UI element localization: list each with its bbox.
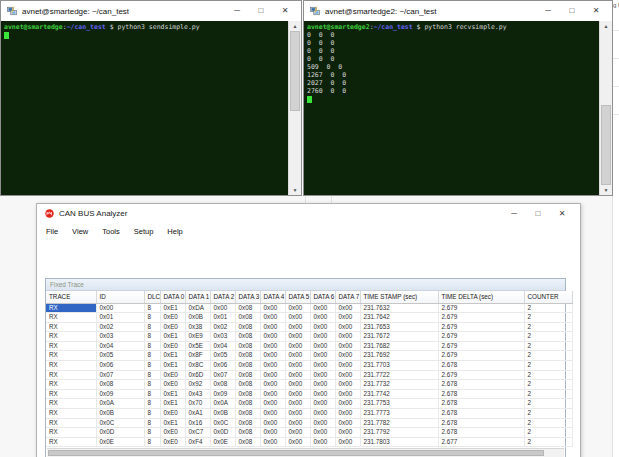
cell-data4[interactable]: 0x00 (260, 370, 285, 380)
terminal1-scrollbar[interactable]: ▲ ▼ (288, 21, 301, 195)
cell-data5[interactable]: 0x00 (285, 303, 310, 313)
background-window-sliver[interactable]: g Py (612, 0, 619, 457)
cell-id[interactable]: 0x0A (96, 399, 144, 409)
cell-data6[interactable]: 0x00 (310, 322, 335, 332)
cell-data2[interactable]: 0x02 (210, 322, 235, 332)
cell-data5[interactable]: 0x00 (285, 428, 310, 438)
cell-id[interactable]: 0x0B (96, 409, 144, 419)
cell-counter[interactable]: 2 (524, 399, 572, 409)
cell-data6[interactable]: 0x00 (310, 418, 335, 428)
cell-data1[interactable]: 0x70 (185, 399, 210, 409)
cell-data2[interactable]: 0x06 (210, 361, 235, 371)
cell-id[interactable]: 0x0C (96, 418, 144, 428)
column-header[interactable]: DATA 0 (160, 291, 185, 303)
cell-data4[interactable]: 0x00 (260, 418, 285, 428)
column-header[interactable]: DATA 4 (260, 291, 285, 303)
cell-dlc[interactable]: 8 (144, 418, 160, 428)
column-header[interactable]: TRACE (46, 291, 96, 303)
cell-data1[interactable]: 0x38 (185, 322, 210, 332)
menu-item[interactable]: Help (160, 227, 189, 236)
cell-timestamp[interactable]: 231.7692 (360, 351, 438, 361)
cell-data0[interactable]: 0xE1 (160, 361, 185, 371)
cell-data4[interactable]: 0x00 (260, 322, 285, 332)
minimize-button[interactable]: ─ (502, 204, 526, 223)
cell-dlc[interactable]: 8 (144, 380, 160, 390)
cell-data2[interactable]: 0x0E (210, 437, 235, 447)
cell-trace[interactable]: RX (46, 389, 96, 399)
cell-data5[interactable]: 0x00 (285, 389, 310, 399)
cell-data0[interactable]: 0xE1 (160, 351, 185, 361)
cell-data2[interactable]: 0x0D (210, 428, 235, 438)
column-header[interactable]: DATA 6 (310, 291, 335, 303)
cell-data7[interactable]: 0x00 (335, 313, 360, 323)
cell-data4[interactable]: 0x00 (260, 303, 285, 313)
cell-data0[interactable]: 0xE0 (160, 341, 185, 351)
cell-data2[interactable]: 0x05 (210, 351, 235, 361)
cell-data3[interactable]: 0x08 (235, 351, 260, 361)
cell-data5[interactable]: 0x00 (285, 370, 310, 380)
cell-data7[interactable]: 0x00 (335, 418, 360, 428)
cell-data0[interactable]: 0xE0 (160, 370, 185, 380)
cell-data3[interactable]: 0x08 (235, 437, 260, 447)
cell-dlc[interactable]: 8 (144, 332, 160, 342)
table-row[interactable]: RX 0x08 8 0xE0 0x92 0x08 0x08 0x00 0x00 … (46, 380, 572, 390)
cell-trace[interactable]: RX (46, 418, 96, 428)
cell-dlc[interactable]: 8 (144, 409, 160, 419)
cell-data3[interactable]: 0x08 (235, 341, 260, 351)
cell-data1[interactable]: 0x0B (185, 313, 210, 323)
cell-data5[interactable]: 0x00 (285, 399, 310, 409)
cell-data4[interactable]: 0x00 (260, 361, 285, 371)
cell-id[interactable]: 0x05 (96, 351, 144, 361)
cell-trace[interactable]: RX (46, 428, 96, 438)
cell-data1[interactable]: 0xA1 (185, 409, 210, 419)
cell-data6[interactable]: 0x00 (310, 332, 335, 342)
cell-counter[interactable]: 2 (524, 351, 572, 361)
cell-trace[interactable]: RX (46, 313, 96, 323)
cell-data7[interactable]: 0x00 (335, 409, 360, 419)
cell-data4[interactable]: 0x00 (260, 399, 285, 409)
cell-data7[interactable]: 0x00 (335, 351, 360, 361)
cell-counter[interactable]: 2 (524, 332, 572, 342)
cell-data6[interactable]: 0x00 (310, 341, 335, 351)
cell-id[interactable]: 0x04 (96, 341, 144, 351)
cell-data1[interactable]: 0x6D (185, 370, 210, 380)
cell-data4[interactable]: 0x00 (260, 409, 285, 419)
menu-item[interactable]: View (65, 227, 95, 236)
cell-dlc[interactable]: 8 (144, 437, 160, 447)
cell-data2[interactable]: 0x09 (210, 389, 235, 399)
cell-timestamp[interactable]: 231.7682 (360, 341, 438, 351)
table-row[interactable]: RX 0x0D 8 0xE0 0xC7 0x0D 0x08 0x00 0x00 … (46, 428, 572, 438)
cell-data4[interactable]: 0x00 (260, 313, 285, 323)
cell-counter[interactable]: 2 (524, 313, 572, 323)
cell-data3[interactable]: 0x08 (235, 322, 260, 332)
cell-timedelta[interactable]: 2.677 (438, 437, 524, 447)
column-header[interactable]: DATA 5 (285, 291, 310, 303)
cell-data0[interactable]: 0xE0 (160, 409, 185, 419)
cell-data5[interactable]: 0x00 (285, 380, 310, 390)
cell-data7[interactable]: 0x00 (335, 380, 360, 390)
cell-timestamp[interactable]: 231.7773 (360, 409, 438, 419)
cell-counter[interactable]: 2 (524, 341, 572, 351)
cell-data0[interactable]: 0xE1 (160, 303, 185, 313)
cell-data1[interactable]: 0x16 (185, 418, 210, 428)
cell-timedelta[interactable]: 2.678 (438, 399, 524, 409)
cell-trace[interactable]: RX (46, 351, 96, 361)
cell-trace[interactable]: RX (46, 380, 96, 390)
table-row[interactable]: RX 0x09 8 0xE1 0x43 0x09 0x08 0x00 0x00 … (46, 389, 572, 399)
cell-dlc[interactable]: 8 (144, 313, 160, 323)
maximize-button[interactable]: □ (249, 1, 273, 21)
scrollbar-thumb[interactable] (290, 31, 300, 111)
cell-id[interactable]: 0x0D (96, 428, 144, 438)
cell-dlc[interactable]: 8 (144, 389, 160, 399)
cell-id[interactable]: 0x08 (96, 380, 144, 390)
terminal2-titlebar[interactable]: avnet@smartedge2: ~/can_test ─ □ ✕ (304, 1, 612, 21)
cell-data1[interactable]: 0x8F (185, 351, 210, 361)
cell-data7[interactable]: 0x00 (335, 341, 360, 351)
cell-trace[interactable]: RX (46, 399, 96, 409)
terminal2-body[interactable]: avnet@smartedge2:~/can_test $ python3 re… (304, 21, 612, 195)
cell-data3[interactable]: 0x08 (235, 389, 260, 399)
cell-data7[interactable]: 0x00 (335, 322, 360, 332)
cell-data5[interactable]: 0x00 (285, 418, 310, 428)
cell-timedelta[interactable]: 2.678 (438, 380, 524, 390)
cell-data1[interactable]: 0xC7 (185, 428, 210, 438)
